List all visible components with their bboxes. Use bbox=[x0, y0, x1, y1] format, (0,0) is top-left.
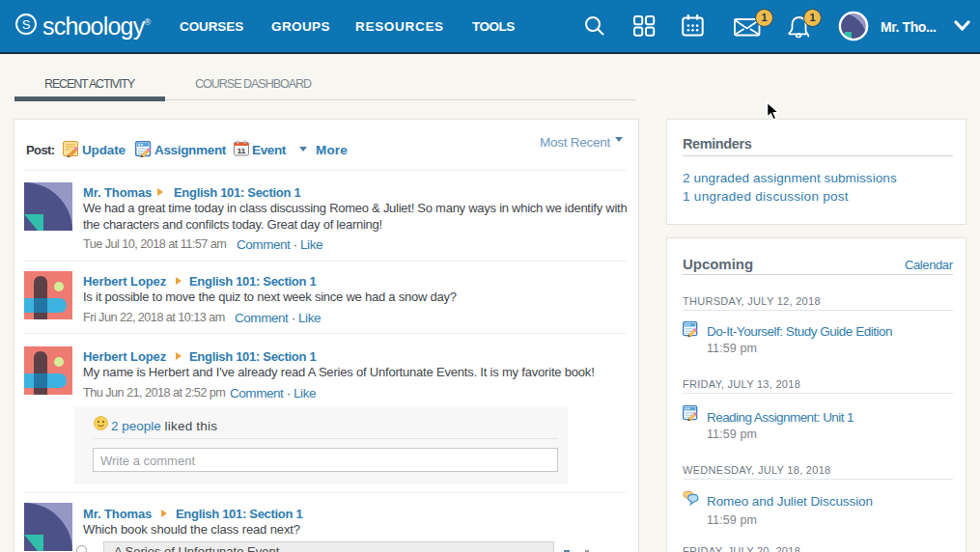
svg-text:11: 11 bbox=[238, 147, 246, 155]
svg-text:S: S bbox=[22, 17, 31, 32]
